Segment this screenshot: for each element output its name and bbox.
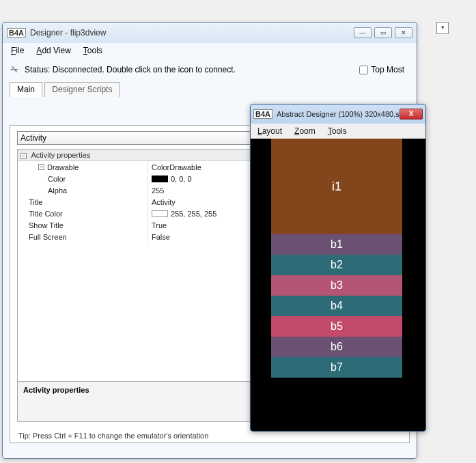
collapse-icon[interactable]: – — [20, 153, 27, 159]
close-button[interactable]: ✕ — [395, 27, 412, 38]
menu-add-view[interactable]: Add View — [36, 46, 71, 55]
collapse-icon[interactable]: – — [38, 164, 44, 170]
topmost-checkbox[interactable]: Top Most — [359, 65, 404, 74]
view-b6[interactable]: b6 — [271, 337, 402, 357]
view-b4[interactable]: b4 — [271, 296, 402, 316]
description-title: Activity properties — [23, 386, 89, 394]
menu-layout[interactable]: Layout — [257, 126, 282, 136]
close-button[interactable]: X — [400, 109, 423, 120]
menu-zoom[interactable]: Zoom — [294, 126, 316, 136]
abstract-title: Abstract Designer (100%) 320x480,scale=1 — [277, 110, 400, 118]
menu-tools[interactable]: Tools — [328, 126, 347, 136]
tip-text: Tip: Press Ctrl + F11 to change the emul… — [18, 432, 208, 440]
menu-tools[interactable]: Tools — [83, 46, 102, 55]
tabs: Main Designer Scripts — [3, 81, 417, 98]
topmost-label: Top Most — [371, 65, 404, 74]
status-bar: ✂ Status: Disconnected. Double click on … — [3, 59, 417, 81]
color-swatch-icon — [152, 210, 168, 217]
view-b1[interactable]: b1 — [271, 234, 402, 255]
menubar: File Add View Tools — [3, 43, 417, 59]
abstract-designer-window: B4A Abstract Designer (100%) 320x480,sca… — [250, 104, 426, 432]
view-b7[interactable]: b7 — [271, 357, 402, 378]
view-b3[interactable]: b3 — [271, 275, 402, 296]
b4a-logo-icon: B4A — [253, 109, 272, 119]
status-text: Status: Disconnected. Double click on th… — [25, 65, 354, 74]
tab-main[interactable]: Main — [10, 82, 42, 97]
abstract-menubar: Layout Zoom Tools — [251, 124, 425, 139]
minimize-button[interactable]: — — [354, 27, 372, 38]
tab-designer-scripts[interactable]: Designer Scripts — [44, 82, 120, 97]
device-area: i1 b1 b2 b3 b4 b5 b6 b7 — [271, 139, 402, 378]
window-title: Designer - flip3dview — [30, 28, 354, 38]
b4a-logo-icon: B4A — [7, 28, 26, 38]
maximize-button[interactable]: ▭ — [374, 27, 392, 38]
view-i1[interactable]: i1 — [271, 139, 402, 234]
connection-icon[interactable]: ✂ — [10, 64, 21, 76]
topmost-input[interactable] — [359, 66, 368, 74]
color-swatch-icon — [152, 176, 168, 182]
designer-titlebar[interactable]: B4A Designer - flip3dview — ▭ ✕ — [3, 23, 417, 43]
abstract-titlebar[interactable]: B4A Abstract Designer (100%) 320x480,sca… — [251, 104, 425, 124]
external-dropdown[interactable]: ▾ — [436, 22, 449, 34]
menu-file[interactable]: File — [11, 46, 24, 55]
view-b5[interactable]: b5 — [271, 316, 402, 337]
device-canvas[interactable]: i1 b1 b2 b3 b4 b5 b6 b7 — [253, 139, 423, 428]
view-selector-value: Activity — [20, 133, 46, 143]
grid-section-title: Activity properties — [31, 151, 90, 159]
view-b2[interactable]: b2 — [271, 255, 402, 275]
